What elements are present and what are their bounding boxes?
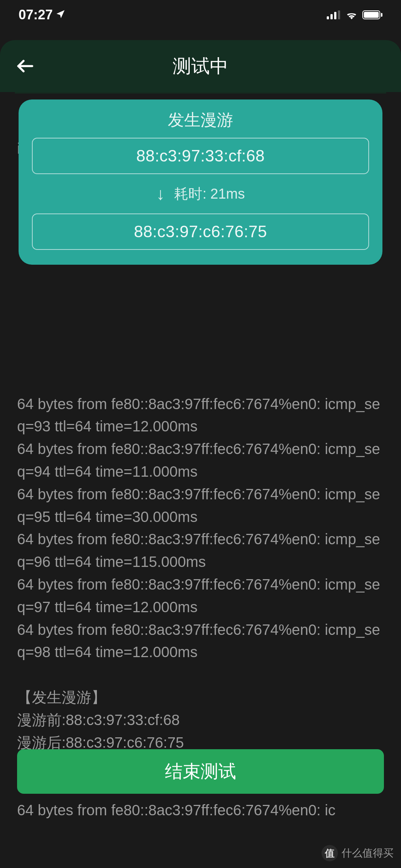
status-bar: 07:27 [0, 0, 401, 30]
svg-rect-3 [338, 10, 340, 19]
roaming-popup: 发生漫游 88:c3:97:33:cf:68 ↓ 耗时: 21ms 88:c3:… [19, 99, 382, 265]
end-test-button[interactable]: 结束测试 [17, 749, 384, 794]
roaming-mac-from: 88:c3:97:33:cf:68 [32, 138, 369, 174]
svg-rect-1 [330, 14, 333, 19]
page-title: 测试中 [15, 54, 386, 79]
svg-rect-0 [327, 16, 329, 19]
battery-icon [362, 10, 382, 19]
cellular-icon [327, 7, 341, 23]
watermark: 值 什么值得买 [322, 845, 394, 861]
status-time: 07:27 [19, 7, 53, 23]
location-arrow-icon [56, 6, 65, 22]
svg-rect-2 [334, 12, 336, 19]
arrow-down-icon: ↓ [156, 184, 164, 204]
wifi-icon [345, 7, 358, 23]
roaming-elapsed: 耗时: 21ms [174, 185, 245, 203]
roaming-popup-title: 发生漫游 [32, 109, 369, 131]
watermark-badge-icon: 值 [322, 845, 338, 861]
roaming-mac-to: 88:c3:97:c6:76:75 [32, 213, 369, 250]
watermark-text: 什么值得买 [342, 846, 394, 860]
app-header: 测试中 [0, 40, 401, 92]
